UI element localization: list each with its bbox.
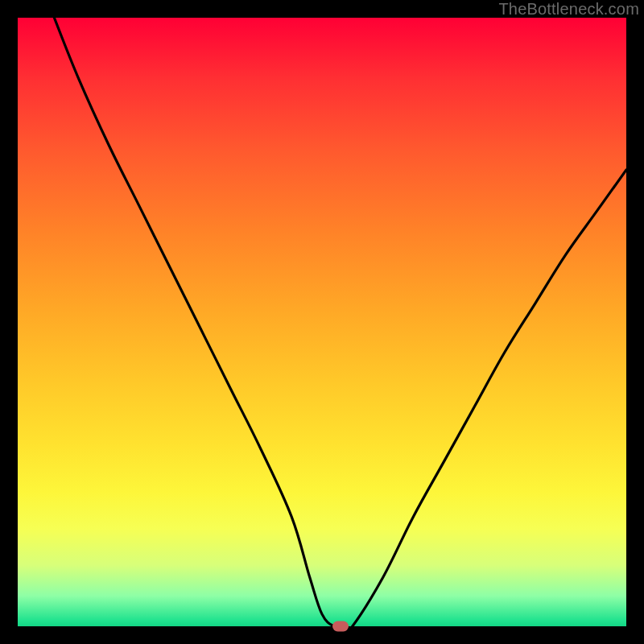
watermark-text: TheBottleneck.com	[498, 0, 639, 19]
plot-area	[18, 18, 626, 626]
optimal-marker	[332, 621, 349, 632]
chart-frame: TheBottleneck.com	[0, 0, 644, 644]
bottleneck-curve	[18, 18, 626, 626]
